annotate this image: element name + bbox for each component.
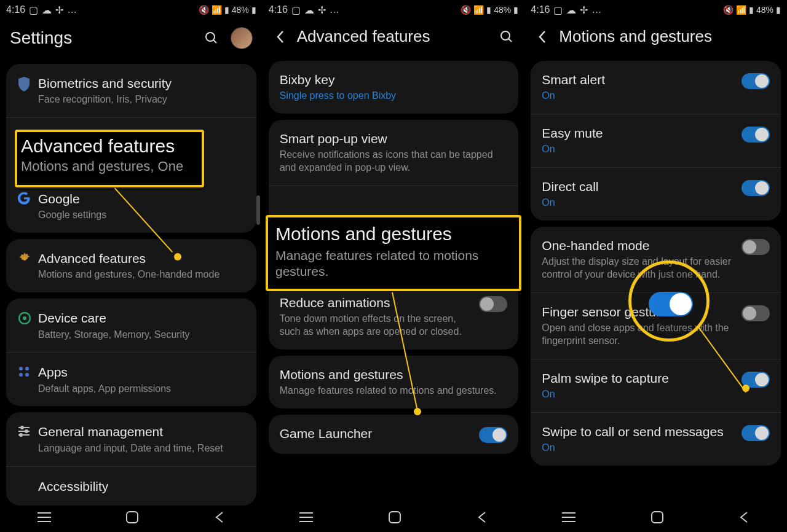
status-time: 4:16 [531,4,550,15]
recents-button[interactable] [38,512,51,523]
nav-bar [0,503,263,532]
row-reduce-animations[interactable]: Reduce animations Tone down motion effec… [269,283,519,350]
status-bar: 4:16 ▢ ☁ ✢ … 🔇 📶 ▮ 48% ▮ [0,0,263,18]
home-button[interactable] [651,510,664,524]
row-label: One-handed mode [542,238,737,254]
row-label: Bixby key [280,72,503,88]
svg-point-6 [25,367,29,370]
svg-line-1 [213,40,216,43]
row-direct-call[interactable]: Direct call On [531,167,781,221]
card-device-apps: Device care Battery, Storage, Memory, Se… [6,299,256,406]
row-bixby-key[interactable]: Bixby key Single press to open Bixby [269,61,519,114]
row-sub: Battery, Storage, Memory, Security [38,329,245,342]
svg-point-4 [23,316,26,320]
row-sub: On [542,143,737,156]
row-smart-capture-hidden[interactable] [269,186,519,283]
row-motions-gestures[interactable]: Motions and gestures Manage features rel… [269,356,519,409]
fan-icon: ✢ [580,4,588,16]
battery-pct: 48% [756,5,773,15]
back-button[interactable] [738,510,749,524]
toggle-easy-mute[interactable] [742,127,770,143]
row-easy-mute[interactable]: Easy mute On [531,114,781,167]
signal-icon: ▮ [749,5,754,15]
google-icon [17,190,38,205]
card-advanced: Advanced features Motions and gestures, … [6,239,256,292]
row-label: Google [38,190,245,207]
search-icon[interactable] [499,29,515,45]
toggle-one-handed[interactable] [742,239,770,255]
more-icon: … [67,4,77,15]
row-finger-sensor[interactable]: Finger sensor gestures Open and close ap… [531,292,781,359]
svg-point-8 [25,373,29,377]
nav-bar [263,503,525,532]
row-device-care[interactable]: Device care Battery, Storage, Memory, Se… [6,299,256,352]
gallery-icon: ▢ [291,4,301,16]
mute-icon: 🔇 [461,5,471,15]
battery-icon: ▮ [513,5,518,15]
back-button[interactable] [214,510,225,524]
toggle-palm-swipe[interactable] [742,372,770,388]
card-biometrics-google: Biometrics and security Face recognition… [6,64,256,233]
row-label: Finger sensor gestures [542,304,737,320]
card-motion-options: One-handed mode Adjust the display size … [531,227,781,466]
row-label: Motions and gestures [280,367,503,383]
home-button[interactable] [388,510,401,524]
card-alerts: Smart alert On Easy mute On Direct call … [531,61,781,221]
row-sub: Motions and gestures, One-handed mode [38,268,245,281]
recents-button[interactable] [299,512,313,523]
row-label: General management [38,423,245,440]
fan-icon: ✢ [55,4,63,16]
screen-advanced-features: 4:16 ▢ ☁ ✢ … 🔇 📶 ▮ 48% ▮ Advanced featur… [263,0,525,532]
toggle-game-launcher[interactable] [479,427,507,443]
row-sub: On [542,442,737,455]
row-label: Palm swipe to capture [542,370,737,386]
svg-point-14 [20,434,22,436]
row-advanced-features[interactable]: Advanced features Motions and gestures, … [6,239,256,292]
svg-rect-28 [652,512,663,523]
row-biometrics[interactable]: Biometrics and security Face recognition… [6,64,256,117]
toggle-smart-alert[interactable] [742,73,770,89]
row-general-mgmt[interactable]: General management Language and input, D… [6,412,256,466]
home-button[interactable] [125,510,139,524]
svg-rect-24 [389,512,400,523]
row-one-handed[interactable]: One-handed mode Adjust the display size … [531,227,781,292]
row-accessibility[interactable]: Accessibility [6,466,256,506]
row-label: Smart alert [542,72,737,88]
row-sub: Receive notifications as icons that can … [280,149,503,174]
row-label: Biometrics and security [38,75,245,92]
gear-icon [17,250,38,266]
avatar[interactable] [231,27,253,49]
row-apps[interactable]: Apps Default apps, App permissions [6,352,256,406]
toggle-direct-call[interactable] [742,180,770,196]
row-sub: Adjust the display size and layout for e… [542,256,737,281]
back-button[interactable] [477,510,488,524]
screen-motions-gestures: 4:16 ▢ ☁ ✢ … 🔇 📶 ▮ 48% ▮ Motions and ges… [524,0,787,532]
row-palm-swipe[interactable]: Palm swipe to capture On [531,359,781,412]
toggle-swipe-call[interactable] [742,425,770,441]
row-sub: Language and input, Date and time, Reset [38,442,245,455]
back-icon[interactable] [534,29,550,44]
toggle-reduce-animations[interactable] [479,296,507,312]
row-smart-alert[interactable]: Smart alert On [531,61,781,114]
row-label: Smart pop-up view [280,131,503,147]
screen-settings: 4:16 ▢ ☁ ✢ … 🔇 📶 ▮ 48% ▮ Settings [0,0,263,532]
cloud-icon: ☁ [566,4,576,16]
row-label: Game Launcher [280,426,475,442]
row-sub: Google settings [38,209,245,222]
card-general-a11y: General management Language and input, D… [6,412,256,505]
svg-point-19 [501,31,510,40]
header: Settings [0,18,263,60]
row-sub: Manage features related to motions and g… [280,385,503,397]
row-smart-popup[interactable]: Smart pop-up view Receive notifications … [269,120,519,186]
svg-point-12 [25,430,28,432]
scrollbar[interactable] [256,195,260,225]
row-google[interactable]: Google Google settings [6,117,256,233]
recents-button[interactable] [562,512,575,523]
search-icon[interactable] [204,30,219,46]
back-icon[interactable] [272,29,288,44]
svg-point-10 [21,426,23,429]
row-swipe-call[interactable]: Swipe to call or send messages On [531,412,781,466]
toggle-finger-sensor[interactable] [742,305,770,321]
svg-point-0 [206,33,215,41]
row-game-launcher[interactable]: Game Launcher [269,415,519,454]
